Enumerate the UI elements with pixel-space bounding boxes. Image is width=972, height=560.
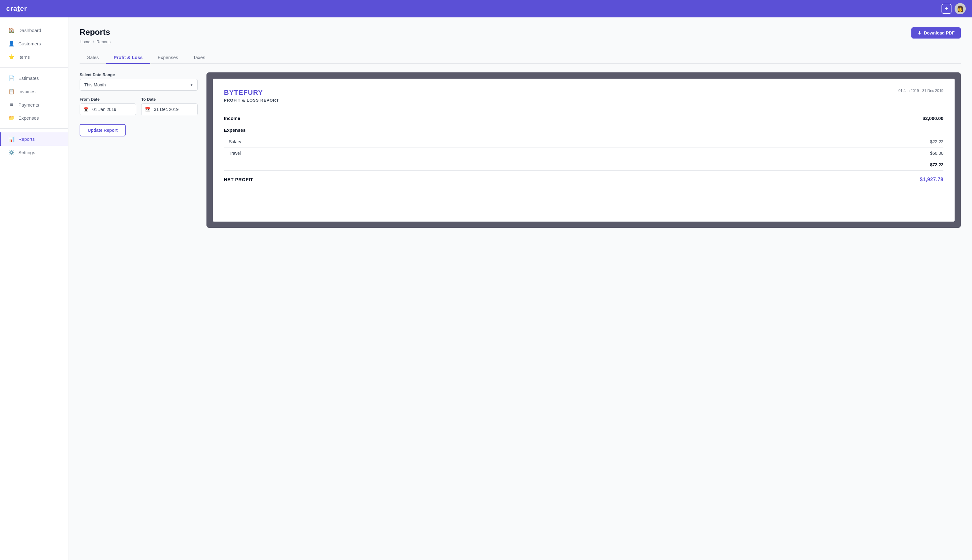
report-paper: BYTEFURY PROFIT & LOSS REPORT 01 Jan 201… [213,78,955,222]
calendar-icon-to: 📅 [145,107,150,112]
payments-icon: ≡ [8,102,15,108]
filter-panel: Select Date Range Today This Week This M… [80,72,198,228]
report-tabs: Sales Profit & Loss Expenses Taxes [80,52,961,64]
sidebar-item-payments[interactable]: ≡ Payments [0,98,68,111]
download-pdf-button[interactable]: ⬇ Download PDF [911,27,961,38]
sidebar-item-customers[interactable]: 👤 Customers [0,37,68,50]
add-button[interactable]: + [942,4,952,14]
customers-icon: 👤 [8,41,15,47]
date-range-row: Select Date Range Today This Week This M… [80,72,198,91]
tab-sales[interactable]: Sales [80,52,106,64]
sidebar-item-label: Settings [18,150,35,155]
sidebar-item-label: Expenses [18,115,39,121]
sidebar-item-estimates[interactable]: 📄 Estimates [0,72,68,85]
app-logo: crater [6,5,27,13]
dashboard-icon: 🏠 [8,27,15,33]
sidebar-item-label: Items [18,54,30,60]
travel-label: Travel [229,151,240,156]
to-date-label: To Date [141,97,198,102]
sidebar-item-label: Estimates [18,75,39,81]
date-range-select-wrapper: Today This Week This Month This Quarter … [80,79,198,91]
app-header: crater + 👩 [0,0,972,17]
net-profit-label: NET PROFIT [224,177,253,182]
expenses-total: $72.22 [930,162,944,167]
tab-taxes[interactable]: Taxes [185,52,213,64]
main-content: Reports Home / Reports ⬇ Download PDF Sa… [68,17,972,560]
report-container: BYTEFURY PROFIT & LOSS REPORT 01 Jan 201… [207,72,961,228]
to-date-wrapper: 📅 [141,103,198,115]
report-date-range: 01 Jan 2019 - 31 Dec 2019 [898,88,944,93]
from-date-wrapper: 📅 [80,103,136,115]
breadcrumb: Home / Reports [80,40,111,44]
page-title-area: Reports Home / Reports [80,27,111,44]
filter-form: Select Date Range Today This Week This M… [80,72,198,137]
sidebar-item-label: Dashboard [18,28,41,33]
expenses-icon: 📁 [8,115,15,121]
sidebar-divider [0,67,68,68]
report-type: PROFIT & LOSS REPORT [224,98,279,103]
net-profit-value: $1,927.78 [920,177,944,182]
invoices-icon: 📋 [8,88,15,95]
sidebar-item-items[interactable]: ⭐ Items [0,50,68,64]
sidebar-item-label: Customers [18,41,41,46]
net-profit-row: NET PROFIT $1,927.78 [224,171,944,185]
sidebar-item-settings[interactable]: ⚙️ Settings [0,146,68,159]
sidebar-item-expenses[interactable]: 📁 Expenses [0,111,68,125]
breadcrumb-separator: / [93,40,94,44]
from-date-field: From Date 📅 [80,97,136,115]
report-company-info: BYTEFURY PROFIT & LOSS REPORT [224,88,279,103]
expenses-label: Expenses [224,127,246,133]
expenses-subtotal: $72.22 [224,159,944,171]
sidebar-item-invoices[interactable]: 📋 Invoices [0,85,68,98]
breadcrumb-home[interactable]: Home [80,40,90,44]
sidebar-item-label: Reports [18,137,35,142]
items-icon: ⭐ [8,54,15,60]
download-btn-label: Download PDF [924,30,955,35]
date-range-select[interactable]: Today This Week This Month This Quarter … [80,79,198,91]
breadcrumb-current: Reports [96,40,111,44]
from-date-label: From Date [80,97,136,102]
travel-value: $50.00 [930,151,944,156]
tab-expenses[interactable]: Expenses [150,52,185,64]
header-right: + 👩 [942,3,966,14]
calendar-icon-from: 📅 [84,107,89,112]
income-value: $2,000.00 [923,116,944,121]
salary-label: Salary [229,139,241,144]
sidebar-item-label: Invoices [18,89,35,94]
date-inputs-row: From Date 📅 To Date 📅 [80,97,198,115]
download-icon: ⬇ [918,30,921,35]
company-name: BYTEFURY [224,88,279,97]
report-header: BYTEFURY PROFIT & LOSS REPORT 01 Jan 201… [224,88,944,103]
sidebar-divider-2 [0,128,68,129]
content-area: Select Date Range Today This Week This M… [80,72,961,228]
tab-profit-loss[interactable]: Profit & Loss [106,52,150,64]
sidebar-item-dashboard[interactable]: 🏠 Dashboard [0,23,68,37]
sidebar-item-reports[interactable]: 📊 Reports [0,132,68,146]
reports-icon: 📊 [8,136,15,142]
to-date-field: To Date 📅 [141,97,198,115]
date-range-label: Select Date Range [80,72,198,77]
page-title: Reports [80,27,111,37]
income-section-header: Income $2,000.00 [224,112,944,124]
expenses-section-header: Expenses [224,124,944,136]
settings-icon: ⚙️ [8,150,15,155]
sidebar-item-label: Payments [18,102,39,108]
report-panel: BYTEFURY PROFIT & LOSS REPORT 01 Jan 201… [207,72,961,228]
estimates-icon: 📄 [8,75,15,81]
income-label: Income [224,116,240,121]
sidebar: 🏠 Dashboard 👤 Customers ⭐ Items 📄 Estima… [0,17,68,560]
page-header: Reports Home / Reports ⬇ Download PDF [80,27,961,44]
salary-value: $22.22 [930,139,944,144]
avatar[interactable]: 👩 [955,3,966,14]
update-report-button[interactable]: Update Report [80,124,125,137]
expense-row-travel: Travel $50.00 [224,148,944,159]
expense-row-salary: Salary $22.22 [224,136,944,148]
